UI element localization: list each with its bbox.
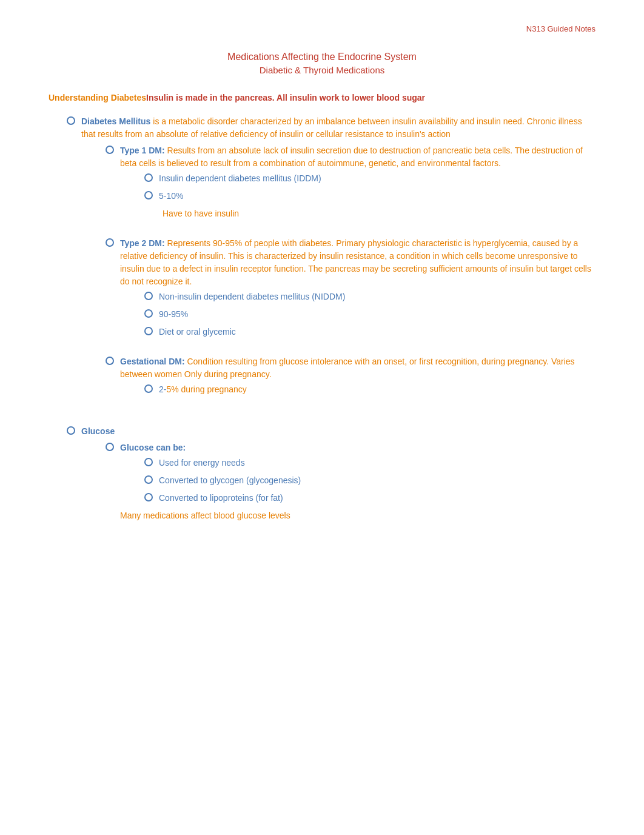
bullet-type2 (106, 238, 114, 247)
bullet-type1 (106, 146, 114, 154)
niddm-text: Non-insulin dependent diabetes mellitus … (159, 290, 595, 303)
many-medications-note: Many medications affect blood glucose le… (120, 509, 595, 522)
gestational-text: Gestational DM: Condition resulting from… (120, 355, 595, 401)
type2-text: Type 2 DM: Represents 90-95% of people w… (120, 237, 595, 343)
bullet-glycogen (144, 475, 153, 484)
glucose-can-be-label: Glucose can be: (120, 443, 186, 452)
title-line2: Diabetic & Thyroid Medications (49, 65, 595, 75)
understanding-diabetes-label: Understanding Diabetes (49, 93, 146, 102)
list-item-type2: Type 2 DM: Represents 90-95% of people w… (106, 237, 595, 343)
list-item-90-95: 90-95% (144, 308, 595, 321)
list-item-niddm: Non-insulin dependent diabetes mellitus … (144, 290, 595, 303)
lipoproteins-text: Converted to lipoproteins (for fat) (159, 492, 595, 505)
bullet-diabetes-mellitus (67, 116, 75, 125)
gestational-label: Gestational DM: (120, 357, 185, 366)
bullet-iddm (144, 173, 153, 182)
type1-label: Type 1 DM: (120, 146, 165, 155)
glucose-sublist: Glucose can be: Used for energy needs Co… (81, 441, 595, 522)
list-item-iddm: Insulin dependent diabetes mellitus (IDD… (144, 172, 595, 185)
bullet-2-5 (144, 384, 153, 393)
type2-desc: Represents 90-95% of people with diabete… (120, 238, 591, 286)
list-item-diet-oral: Diet or oral glycemic (144, 326, 595, 338)
list-item-type1: Type 1 DM: Results from an absolute lack… (106, 144, 595, 225)
bullet-5-10 (144, 191, 153, 200)
gestational-sublist: 2-5% during pregnancy (120, 383, 595, 396)
bullet-energy (144, 458, 153, 466)
energy-text: Used for energy needs (159, 457, 595, 469)
iddm-text: Insulin dependent diabetes mellitus (IDD… (159, 172, 595, 185)
type1-text: Type 1 DM: Results from an absolute lack… (120, 144, 595, 225)
list-item-2-5: 2-5% during pregnancy (144, 383, 595, 396)
diet-oral-text: Diet or oral glycemic (159, 326, 595, 338)
title-block: Medications Affecting the Endocrine Syst… (49, 52, 595, 75)
bullet-lipoproteins (144, 493, 153, 501)
type1-sublist: Insulin dependent diabetes mellitus (IDD… (120, 172, 595, 203)
list-item-glucose: Glucose Glucose can be: Used for energy … (67, 425, 595, 534)
understanding-diabetes-description: Insulin is made in the pancreas. All ins… (146, 93, 425, 102)
title-line1: Medications Affecting the Endocrine Syst… (49, 52, 595, 62)
bullet-90-95 (144, 309, 153, 318)
list-item-glucose-can-be: Glucose can be: Used for energy needs Co… (106, 441, 595, 522)
have-to-have-insulin: Have to have insulin (120, 207, 595, 220)
5-10-text: 5-10% (159, 190, 595, 203)
2-5-text: 2-5% during pregnancy (159, 383, 595, 396)
diabetes-mellitus-desc: is a metabolic disorder characterized by… (81, 116, 582, 139)
course-label: N313 Guided Notes (49, 24, 595, 33)
main-list: Diabetes Mellitus is a metabolic disorde… (49, 115, 595, 534)
glucose-can-be-sublist: Used for energy needs Converted to glyco… (120, 457, 595, 505)
bullet-glucose-can-be (106, 443, 114, 451)
bullet-niddm (144, 292, 153, 300)
bullet-glucose (67, 426, 75, 435)
glucose-label: Glucose (81, 426, 115, 436)
list-item-5-10: 5-10% (144, 190, 595, 203)
list-item-lipoproteins: Converted to lipoproteins (for fat) (144, 492, 595, 505)
glucose-text: Glucose Glucose can be: Used for energy … (81, 425, 595, 534)
section-header-diabetes: Understanding DiabetesInsulin is made in… (49, 92, 595, 104)
list-item-gestational: Gestational DM: Condition resulting from… (106, 355, 595, 401)
gestational-desc: Condition resulting from glucose intoler… (120, 357, 575, 379)
bullet-diet-oral (144, 327, 153, 335)
diabetes-mellitus-label: Diabetes Mellitus (81, 116, 150, 126)
list-item-diabetes-mellitus: Diabetes Mellitus is a metabolic disorde… (67, 115, 595, 413)
glucose-can-be-text: Glucose can be: Used for energy needs Co… (120, 441, 595, 522)
diabetes-mellitus-text: Diabetes Mellitus is a metabolic disorde… (81, 115, 595, 413)
type2-sublist: Non-insulin dependent diabetes mellitus … (120, 290, 595, 338)
90-95-text: 90-95% (159, 308, 595, 321)
glycogen-text: Converted to glycogen (glycogenesis) (159, 474, 595, 487)
list-item-glycogen: Converted to glycogen (glycogenesis) (144, 474, 595, 487)
type1-list: Type 1 DM: Results from an absolute lack… (81, 144, 595, 401)
type1-desc: Results from an absolute lack of insulin… (120, 146, 583, 168)
type2-label: Type 2 DM: (120, 238, 167, 248)
bullet-gestational (106, 357, 114, 365)
list-item-energy: Used for energy needs (144, 457, 595, 469)
